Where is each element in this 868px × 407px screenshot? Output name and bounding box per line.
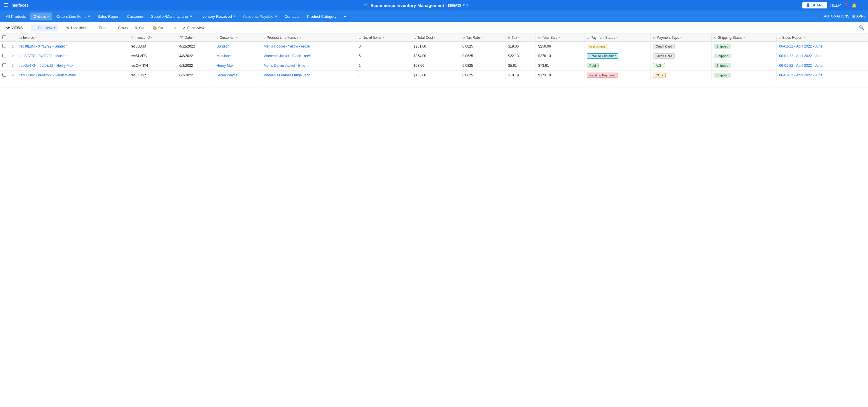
nav-automations[interactable]: 👥 AUTOMATIONS bbox=[818, 14, 849, 19]
row-1-no-of-items: 3 bbox=[356, 42, 411, 51]
invoice-header-caret[interactable]: ▾ bbox=[35, 36, 37, 39]
nav-product-category-label: Product Category bbox=[307, 14, 336, 19]
row-1-total-sale: $250.06 bbox=[536, 42, 584, 51]
row-2-invoice[interactable]: recSLVEC - 04/08/22 - MacJane bbox=[17, 51, 128, 61]
tax-rate-header-caret[interactable]: ▾ bbox=[481, 36, 483, 39]
menu-icon[interactable]: ☰ bbox=[3, 2, 8, 8]
row-4-checkbox-cell[interactable] bbox=[0, 70, 9, 80]
row-2-checkbox-cell[interactable] bbox=[0, 51, 9, 61]
sales-report-header[interactable]: ≡ Sales Report ▾ bbox=[777, 34, 868, 42]
add-row-icon[interactable]: + bbox=[433, 81, 435, 86]
sales-report-header-caret[interactable]: ▾ bbox=[804, 36, 805, 39]
add-row[interactable]: + bbox=[0, 80, 868, 88]
row-3-product-line-items[interactable]: Men's Denim Jacket - Blue - r bbox=[261, 61, 356, 70]
total-cost-header[interactable]: ⊙ Total Cost ▾ bbox=[411, 34, 460, 42]
row-4-product-line-items[interactable]: Women's Leather Fringe Jack bbox=[261, 70, 356, 80]
row-1-customer[interactable]: Suntech bbox=[214, 42, 261, 51]
date-header[interactable]: 📅 Date ▾ bbox=[177, 34, 214, 42]
group-icon: ⊞ bbox=[114, 26, 116, 30]
sort-button[interactable]: ⇅ Sort bbox=[132, 25, 149, 31]
help-question-icon[interactable]: ❓ bbox=[844, 3, 849, 7]
select-all-checkbox[interactable] bbox=[2, 35, 6, 39]
no-of-items-header[interactable]: ⊙ No. of Items ▾ bbox=[356, 34, 411, 42]
row-1-invoice-id: recJ8LuM bbox=[128, 42, 177, 51]
group-button[interactable]: ⊞ Group bbox=[111, 25, 130, 31]
shipping-status-header[interactable]: ⊙ Shipping Status ▾ bbox=[712, 34, 777, 42]
help-label[interactable]: HELP bbox=[830, 3, 841, 7]
nav-accounts-payable[interactable]: Accounts Payable bbox=[240, 12, 280, 21]
row-1-sales-report[interactable]: 06-01-22 - April 2022 - June . bbox=[777, 42, 868, 51]
tax-rate-header[interactable]: ⊙ Tax Rate ▾ bbox=[460, 34, 506, 42]
row-3-sales-report[interactable]: 06-01-22 - April 2022 - June . bbox=[777, 61, 868, 70]
shipping-status-header-caret[interactable]: ▾ bbox=[743, 36, 745, 39]
row-4-customer[interactable]: Sarah Wayne bbox=[214, 70, 261, 80]
product-line-items-header-caret[interactable]: ▾ bbox=[300, 36, 301, 39]
nav-contacts[interactable]: Contacts bbox=[281, 12, 303, 21]
user-icon[interactable]: 👤 bbox=[860, 3, 865, 7]
no-of-items-header-caret[interactable]: ▾ bbox=[383, 36, 384, 39]
title-info-icon[interactable]: ℹ bbox=[466, 3, 468, 7]
payment-type-header[interactable]: ⊙ Payment Type ▾ bbox=[651, 34, 712, 42]
row-1-checkbox-cell[interactable] bbox=[0, 42, 9, 51]
filter-button[interactable]: ⊟ Filter bbox=[92, 25, 110, 31]
row-3-date: 6/3/2022 bbox=[177, 61, 214, 70]
row-1-checkbox[interactable] bbox=[2, 44, 6, 48]
payment-type-header-caret[interactable]: ▾ bbox=[680, 36, 682, 39]
tax-header[interactable]: fx Tax ▾ bbox=[505, 34, 536, 42]
row-2-checkbox[interactable] bbox=[2, 54, 6, 57]
row-3-invoice[interactable]: recOwTKN - 06/03/22 - Henry Max bbox=[17, 61, 128, 70]
tax-header-icon: fx bbox=[508, 36, 511, 39]
nav-apps[interactable]: ⊞ APPS bbox=[852, 14, 866, 19]
share-button[interactable]: 👤 SHARE bbox=[802, 2, 827, 8]
nav-orders[interactable]: Orders ▾ bbox=[30, 12, 52, 21]
row-2-product-line-items[interactable]: Women's Jacket - Black - recS bbox=[261, 51, 356, 61]
product-line-items-header[interactable]: ≡ Product Line Items ℹ ▾ bbox=[261, 34, 356, 42]
nav-customer[interactable]: Customer bbox=[124, 12, 147, 21]
total-cost-header-caret[interactable]: ▾ bbox=[434, 36, 435, 39]
date-header-caret[interactable]: ▾ bbox=[193, 36, 194, 39]
row-3-tax: $5.61 bbox=[505, 61, 536, 70]
row-1-product-line-items[interactable]: Men's Hoodie - Yellow - recJé bbox=[261, 42, 356, 51]
title-caret-icon[interactable]: ▾ bbox=[463, 3, 465, 7]
total-sale-header-caret[interactable]: ▾ bbox=[559, 36, 560, 39]
row-2-customer[interactable]: MacJane bbox=[214, 51, 261, 61]
views-button[interactable]: 👁 VIEWS bbox=[3, 25, 26, 31]
nav-sales-report[interactable]: Sales Report bbox=[94, 12, 123, 21]
customer-header[interactable]: ≡ Customer ▾ bbox=[214, 34, 261, 42]
row-4-invoice[interactable]: recFOJVc - 06/02/22 - Sarah Wayne bbox=[17, 70, 128, 80]
color-button[interactable]: 🎨 Color bbox=[150, 25, 170, 31]
select-all-checkbox-header[interactable] bbox=[0, 34, 9, 42]
product-line-items-info-icon[interactable]: ℹ bbox=[297, 36, 299, 39]
payment-status-header-caret[interactable]: ▾ bbox=[616, 36, 618, 39]
nav-product-category[interactable]: Product Category bbox=[303, 12, 340, 21]
nav-supplier[interactable]: Supplier/Manufacturer bbox=[148, 12, 195, 21]
nav-inventory[interactable]: Inventory Received bbox=[196, 12, 239, 21]
row-2-sales-report[interactable]: 06-01-22 - April 2022 - June . bbox=[777, 51, 868, 61]
row-height-button[interactable]: ≡ bbox=[170, 25, 179, 31]
total-sale-header[interactable]: ⊙ Total Sale ▾ bbox=[536, 34, 584, 42]
customer-header-caret[interactable]: ▾ bbox=[236, 36, 238, 39]
row-3-customer[interactable]: Henry Max bbox=[214, 61, 261, 70]
row-4-checkbox[interactable] bbox=[2, 73, 6, 77]
search-icon[interactable]: 🔍 bbox=[859, 25, 865, 30]
nav-orders-line-items[interactable]: Orders Line Items bbox=[53, 12, 93, 21]
row-3-no-of-items: 1 bbox=[356, 61, 411, 70]
nav-all-products[interactable]: All Products bbox=[2, 12, 29, 21]
row-4-total-cost: $163.00 bbox=[411, 70, 460, 80]
tax-header-caret[interactable]: ▾ bbox=[518, 36, 520, 39]
hide-fields-button[interactable]: 👁 Hide fields bbox=[63, 25, 90, 31]
row-1-invoice[interactable]: recJ8LuM - 04/12/22 - Suntech bbox=[17, 42, 128, 51]
invoice-id-header[interactable]: fx Invoice ID ▾ bbox=[128, 34, 177, 42]
invoice-id-header-caret[interactable]: ▾ bbox=[151, 36, 153, 39]
row-4-no-of-items: 1 bbox=[356, 70, 411, 80]
notification-icon[interactable]: 🔔 bbox=[852, 3, 857, 7]
payment-status-header[interactable]: ⊙ Payment Status ▾ bbox=[584, 34, 650, 42]
share-view-button[interactable]: ↗ Share view bbox=[180, 25, 207, 31]
row-4-sales-report[interactable]: 06-01-22 - April 2022 - June . bbox=[777, 70, 868, 80]
row-3-checkbox[interactable] bbox=[2, 63, 6, 67]
row-3-payment-status: Paid bbox=[584, 61, 650, 70]
grid-view-button[interactable]: ⊞ Grid view ▾ bbox=[31, 25, 58, 31]
row-3-checkbox-cell[interactable] bbox=[0, 61, 9, 70]
nav-add-tab[interactable]: + bbox=[341, 12, 350, 21]
invoice-header[interactable]: fx Invoice ▾ bbox=[17, 34, 128, 42]
